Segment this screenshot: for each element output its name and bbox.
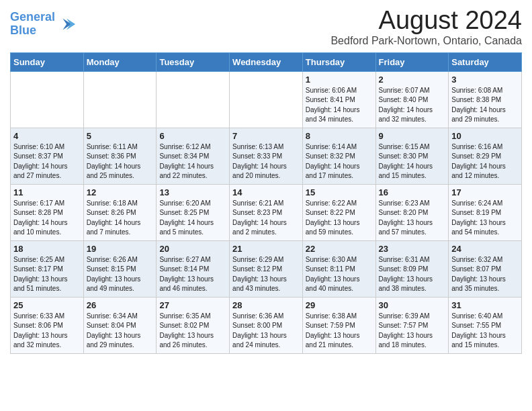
day-number: 29 — [306, 300, 373, 310]
day-number: 16 — [379, 187, 446, 197]
day-number: 5 — [87, 131, 154, 141]
calendar-day-cell: 26Sunrise: 6:34 AM Sunset: 8:04 PM Dayli… — [83, 297, 157, 353]
calendar-day-cell: 29Sunrise: 6:38 AM Sunset: 7:59 PM Dayli… — [302, 297, 375, 353]
day-info: Sunrise: 6:16 AM Sunset: 8:29 PM Dayligh… — [451, 142, 519, 181]
day-number: 30 — [379, 300, 446, 310]
day-info: Sunrise: 6:13 AM Sunset: 8:33 PM Dayligh… — [232, 142, 300, 181]
calendar-day-cell: 27Sunrise: 6:35 AM Sunset: 8:02 PM Dayli… — [157, 297, 230, 353]
calendar-day-cell: 28Sunrise: 6:36 AM Sunset: 8:00 PM Dayli… — [230, 297, 303, 353]
day-info: Sunrise: 6:30 AM Sunset: 8:11 PM Dayligh… — [306, 255, 373, 294]
calendar-header: SundayMondayTuesdayWednesdayThursdayFrid… — [11, 52, 522, 71]
day-number: 15 — [306, 187, 373, 197]
calendar-week-row: 25Sunrise: 6:33 AM Sunset: 8:06 PM Dayli… — [11, 297, 522, 353]
day-info: Sunrise: 6:21 AM Sunset: 8:23 PM Dayligh… — [232, 199, 300, 238]
calendar-body: 1Sunrise: 6:06 AM Sunset: 8:41 PM Daylig… — [11, 71, 522, 353]
day-number: 13 — [159, 187, 226, 197]
day-info: Sunrise: 6:27 AM Sunset: 8:14 PM Dayligh… — [159, 255, 226, 294]
day-number: 11 — [13, 187, 81, 197]
day-info: Sunrise: 6:20 AM Sunset: 8:25 PM Dayligh… — [159, 199, 226, 238]
day-number: 28 — [232, 300, 300, 310]
logo: General Blue — [10, 11, 77, 38]
calendar-day-cell — [230, 71, 303, 128]
calendar-day-header: Wednesday — [230, 52, 303, 71]
calendar-day-header: Tuesday — [157, 52, 230, 71]
day-info: Sunrise: 6:26 AM Sunset: 8:15 PM Dayligh… — [87, 255, 154, 294]
day-number: 20 — [159, 244, 226, 254]
calendar-day-cell: 7Sunrise: 6:13 AM Sunset: 8:33 PM Daylig… — [230, 128, 303, 184]
calendar-day-cell — [157, 71, 230, 128]
day-number: 6 — [159, 131, 226, 141]
day-info: Sunrise: 6:22 AM Sunset: 8:22 PM Dayligh… — [306, 199, 373, 238]
day-number: 18 — [13, 244, 81, 254]
calendar-day-cell — [11, 71, 84, 128]
day-info: Sunrise: 6:33 AM Sunset: 8:06 PM Dayligh… — [13, 312, 81, 351]
day-info: Sunrise: 6:14 AM Sunset: 8:32 PM Dayligh… — [306, 142, 373, 181]
calendar-day-cell: 31Sunrise: 6:40 AM Sunset: 7:55 PM Dayli… — [449, 297, 522, 353]
day-number: 9 — [379, 131, 446, 141]
location-title: Bedford Park-Nortown, Ontario, Canada — [330, 35, 522, 47]
day-number: 8 — [306, 131, 373, 141]
day-info: Sunrise: 6:31 AM Sunset: 8:09 PM Dayligh… — [379, 255, 446, 294]
calendar-day-cell: 12Sunrise: 6:18 AM Sunset: 8:26 PM Dayli… — [83, 184, 157, 240]
day-number: 23 — [379, 244, 446, 254]
day-info: Sunrise: 6:08 AM Sunset: 8:38 PM Dayligh… — [451, 86, 519, 125]
calendar-day-cell: 9Sunrise: 6:15 AM Sunset: 8:30 PM Daylig… — [375, 128, 449, 184]
logo-icon — [58, 15, 77, 34]
calendar-day-cell: 11Sunrise: 6:17 AM Sunset: 8:28 PM Dayli… — [11, 184, 84, 240]
calendar-week-row: 1Sunrise: 6:06 AM Sunset: 8:41 PM Daylig… — [11, 71, 522, 128]
day-number: 14 — [232, 187, 300, 197]
day-info: Sunrise: 6:17 AM Sunset: 8:28 PM Dayligh… — [13, 199, 81, 238]
day-info: Sunrise: 6:39 AM Sunset: 7:57 PM Dayligh… — [379, 312, 446, 351]
day-number: 31 — [451, 300, 519, 310]
calendar-day-cell: 30Sunrise: 6:39 AM Sunset: 7:57 PM Dayli… — [375, 297, 449, 353]
calendar-week-row: 18Sunrise: 6:25 AM Sunset: 8:17 PM Dayli… — [11, 240, 522, 297]
logo-blue: Blue — [10, 24, 36, 37]
calendar-day-cell: 13Sunrise: 6:20 AM Sunset: 8:25 PM Dayli… — [157, 184, 230, 240]
calendar-day-header: Thursday — [302, 52, 375, 71]
day-info: Sunrise: 6:07 AM Sunset: 8:40 PM Dayligh… — [379, 86, 446, 125]
calendar-header-row: SundayMondayTuesdayWednesdayThursdayFrid… — [11, 52, 522, 71]
calendar-day-cell: 25Sunrise: 6:33 AM Sunset: 8:06 PM Dayli… — [11, 297, 84, 353]
calendar-day-header: Friday — [375, 52, 449, 71]
day-number: 24 — [451, 244, 519, 254]
day-info: Sunrise: 6:18 AM Sunset: 8:26 PM Dayligh… — [87, 199, 154, 238]
day-number: 19 — [87, 244, 154, 254]
calendar-day-cell: 24Sunrise: 6:32 AM Sunset: 8:07 PM Dayli… — [449, 240, 522, 297]
day-number: 1 — [306, 75, 373, 85]
calendar-day-cell: 14Sunrise: 6:21 AM Sunset: 8:23 PM Dayli… — [230, 184, 303, 240]
day-number: 22 — [306, 244, 373, 254]
calendar-table: SundayMondayTuesdayWednesdayThursdayFrid… — [10, 52, 522, 354]
calendar-day-cell: 23Sunrise: 6:31 AM Sunset: 8:09 PM Dayli… — [375, 240, 449, 297]
month-title: August 2024 — [330, 7, 522, 35]
calendar-day-header: Monday — [83, 52, 157, 71]
calendar-week-row: 4Sunrise: 6:10 AM Sunset: 8:37 PM Daylig… — [11, 128, 522, 184]
day-info: Sunrise: 6:29 AM Sunset: 8:12 PM Dayligh… — [232, 255, 300, 294]
calendar-day-cell: 8Sunrise: 6:14 AM Sunset: 8:32 PM Daylig… — [302, 128, 375, 184]
day-info: Sunrise: 6:12 AM Sunset: 8:34 PM Dayligh… — [159, 142, 226, 181]
day-number: 26 — [87, 300, 154, 310]
calendar-day-cell: 18Sunrise: 6:25 AM Sunset: 8:17 PM Dayli… — [11, 240, 84, 297]
day-number: 10 — [451, 131, 519, 141]
calendar-day-cell: 20Sunrise: 6:27 AM Sunset: 8:14 PM Dayli… — [157, 240, 230, 297]
day-number: 25 — [13, 300, 81, 310]
calendar-day-cell: 2Sunrise: 6:07 AM Sunset: 8:40 PM Daylig… — [375, 71, 449, 128]
day-info: Sunrise: 6:24 AM Sunset: 8:19 PM Dayligh… — [451, 199, 519, 238]
svg-marker-0 — [63, 18, 72, 30]
day-info: Sunrise: 6:10 AM Sunset: 8:37 PM Dayligh… — [13, 142, 81, 181]
day-number: 12 — [87, 187, 154, 197]
calendar-day-cell: 21Sunrise: 6:29 AM Sunset: 8:12 PM Dayli… — [230, 240, 303, 297]
day-info: Sunrise: 6:11 AM Sunset: 8:36 PM Dayligh… — [87, 142, 154, 181]
calendar-day-cell: 1Sunrise: 6:06 AM Sunset: 8:41 PM Daylig… — [302, 71, 375, 128]
day-info: Sunrise: 6:06 AM Sunset: 8:41 PM Dayligh… — [306, 86, 373, 125]
day-info: Sunrise: 6:25 AM Sunset: 8:17 PM Dayligh… — [13, 255, 81, 294]
day-number: 3 — [451, 75, 519, 85]
calendar-day-header: Saturday — [449, 52, 522, 71]
title-area: August 2024 Bedford Park-Nortown, Ontari… — [330, 7, 522, 47]
day-info: Sunrise: 6:15 AM Sunset: 8:30 PM Dayligh… — [379, 142, 446, 181]
calendar-day-cell: 4Sunrise: 6:10 AM Sunset: 8:37 PM Daylig… — [11, 128, 84, 184]
day-number: 27 — [159, 300, 226, 310]
calendar-day-cell: 6Sunrise: 6:12 AM Sunset: 8:34 PM Daylig… — [157, 128, 230, 184]
calendar-day-cell: 16Sunrise: 6:23 AM Sunset: 8:20 PM Dayli… — [375, 184, 449, 240]
day-info: Sunrise: 6:34 AM Sunset: 8:04 PM Dayligh… — [87, 312, 154, 351]
day-number: 2 — [379, 75, 446, 85]
